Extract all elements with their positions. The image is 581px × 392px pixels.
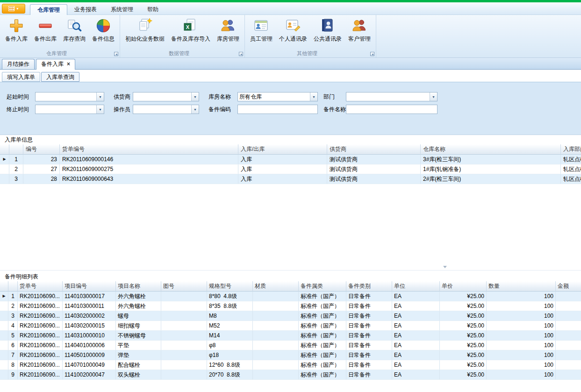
employee-mgmt-button[interactable]: 员工管理 (247, 16, 276, 50)
start-time-combobox[interactable]: ▼ (35, 92, 104, 101)
column-header-part-category[interactable]: 备件类别 (346, 281, 392, 292)
start-time-input[interactable] (36, 93, 96, 101)
part-code-field[interactable] (237, 105, 318, 114)
column-header-drawing-no[interactable]: 图号 (161, 281, 207, 292)
cell-part-class: 标准件（国产） (299, 360, 346, 370)
detail-row[interactable]: 6 RK201106090... 1140401000006 平垫 φ8 标准件… (0, 341, 581, 350)
row-number: 7 (8, 350, 18, 360)
cell-part-category: 日常备件 (346, 292, 392, 301)
warehouse-name-label: 库房名称 (208, 92, 231, 101)
cell-part-class: 标准件（国产） (299, 341, 346, 350)
detail-row[interactable]: ▶ 1 RK201106090... 1140103000017 外六角螺栓 8… (0, 292, 581, 301)
column-header-item-code[interactable]: 项目编号 (63, 281, 116, 292)
column-header-order-id[interactable]: 编号 (23, 144, 60, 155)
part-info-button[interactable]: 备件信息 (89, 16, 118, 50)
row-select-indicator (0, 331, 8, 340)
detail-row[interactable]: 4 RK201106090... 1140302000015 细扣螺母 M52 … (0, 321, 581, 331)
sub-tab-fill-inbound-form[interactable]: 填写入库单 (2, 72, 40, 82)
cell-order-id: 23 (23, 155, 60, 164)
menu-tab-system-mgmt[interactable]: 系统管理 (104, 5, 140, 14)
cell-item-code: 1140302000015 (63, 321, 116, 330)
column-header-quantity[interactable]: 数量 (487, 281, 556, 292)
ribbon-group-label: 其他管理 (245, 50, 369, 57)
part-code-input[interactable] (238, 105, 317, 114)
chevron-down-icon[interactable]: ▼ (191, 105, 199, 114)
doc-tab-part-inbound[interactable]: 备件入库× (36, 59, 75, 70)
parts-stock-import-button[interactable]: X 备件及库存导入 (168, 16, 214, 50)
group-dialog-launcher-icon[interactable] (370, 52, 374, 56)
sub-tab-inbound-query[interactable]: 入库单查询 (41, 72, 79, 82)
warehouse-mgmt-button[interactable]: 库房管理 (214, 16, 243, 50)
cell-amount (556, 360, 581, 370)
order-row[interactable]: ▶ 1 23 RK20110609000146 入库 测试供货商 3#库(检三车… (0, 155, 581, 164)
detail-row[interactable]: 8 RK201106090... 1140701000049 配合螺栓 12*6… (0, 360, 581, 370)
row-select-indicator (0, 174, 9, 184)
column-header-warehouse[interactable]: 仓库名称 (421, 144, 561, 155)
part-name-input[interactable] (346, 105, 437, 114)
cell-part-category: 日常备件 (346, 341, 392, 350)
detail-row[interactable]: 2 RK201106090... 1140103000011 外六角螺栓 8*3… (0, 301, 581, 311)
menu-tab-business-reports[interactable]: 业务报表 (67, 5, 104, 14)
cell-item-code: 1140302000002 (63, 311, 116, 321)
chevron-down-icon[interactable]: ▼ (96, 93, 104, 101)
customer-mgmt-button[interactable]: 客户管理 (345, 16, 374, 50)
group-dialog-launcher-icon[interactable] (114, 52, 118, 56)
doc-tab-month-close[interactable]: 月结操作 (2, 59, 35, 69)
public-contacts-button[interactable]: 公共通讯录 (310, 16, 345, 50)
supplier-input[interactable] (133, 93, 191, 101)
column-header-unit[interactable]: 单位 (392, 281, 440, 292)
column-header-item-name[interactable]: 项目名称 (116, 281, 161, 292)
init-business-data-button[interactable]: 初始化业务数据 (122, 16, 168, 50)
cell-department: 轧区点检 (561, 155, 581, 164)
stock-query-button[interactable]: 库存查询 (60, 16, 89, 50)
order-row[interactable]: 2 27 RK20110609000275 入库 测试供货商 1#库(轧钢准备)… (0, 164, 581, 174)
detail-row[interactable]: 5 RK201106090... 1140310000010 不锈钢螺母 M14… (0, 331, 581, 341)
warehouse-combobox[interactable]: ▼ (237, 92, 318, 101)
chevron-down-icon[interactable]: ▼ (191, 93, 199, 101)
column-header-spec-model[interactable]: 规格型号 (207, 281, 253, 292)
operator-input[interactable] (133, 105, 191, 114)
chevron-down-icon[interactable]: ▼ (96, 105, 104, 114)
app-menu-button[interactable]: ▾ (2, 4, 25, 14)
close-icon[interactable]: × (67, 61, 70, 67)
part-inbound-button[interactable]: 备件入库 (2, 16, 31, 50)
column-header-unit-price[interactable]: 单价 (440, 281, 487, 292)
cell-item-code: 1140501000009 (63, 350, 116, 360)
cell-material (253, 350, 299, 360)
menu-tab-warehouse-mgmt[interactable]: 仓库管理 (30, 4, 67, 15)
splitter-collapse-icon[interactable] (443, 266, 447, 268)
part-name-field[interactable] (346, 105, 438, 114)
app-window: ▾ 仓库管理 业务报表 系统管理 帮助 备件入库 备件出库 (0, 0, 581, 392)
column-header-part-class[interactable]: 备件属类 (299, 281, 346, 292)
header-indicator-cell (0, 144, 9, 155)
menu-tab-help[interactable]: 帮助 (140, 5, 165, 14)
detail-row[interactable]: 3 RK201106090... 1140302000002 螺母 M8 标准件… (0, 311, 581, 321)
department-input[interactable] (346, 93, 430, 101)
chevron-down-icon[interactable]: ▼ (310, 93, 317, 101)
column-header-supplier[interactable]: 供货商 (327, 144, 421, 155)
group-dialog-launcher-icon[interactable] (239, 52, 243, 56)
part-outbound-button[interactable]: 备件出库 (31, 16, 60, 50)
customers-people-icon (351, 18, 367, 34)
warehouse-input[interactable] (238, 93, 310, 101)
department-combobox[interactable]: ▼ (346, 92, 438, 101)
cell-amount (556, 341, 581, 350)
order-row[interactable]: 3 28 RK20110609000643 入库 测试供货商 2#库(检三车间)… (0, 174, 581, 184)
end-time-input[interactable] (36, 105, 96, 114)
cell-doc-no: RK201106090... (18, 341, 63, 350)
supplier-combobox[interactable]: ▼ (133, 92, 199, 101)
detail-row[interactable]: 7 RK201106090... 1140501000009 弹垫 φ18 标准… (0, 350, 581, 360)
cell-amount (556, 370, 581, 379)
column-header-amount[interactable]: 金额 (556, 281, 581, 292)
personal-contacts-button[interactable]: 个人通讯录 (276, 16, 310, 50)
operator-combobox[interactable]: ▼ (133, 105, 199, 114)
end-time-combobox[interactable]: ▼ (35, 105, 104, 114)
chevron-down-icon[interactable]: ▼ (430, 93, 437, 101)
column-header-in-out[interactable]: 入库/出库 (238, 144, 327, 155)
cell-material (253, 301, 299, 311)
column-header-department[interactable]: 入库部门 (561, 144, 581, 155)
column-header-material[interactable]: 材质 (253, 281, 299, 292)
column-header-doc-no[interactable]: 货单号 (18, 281, 63, 292)
column-header-doc-number[interactable]: 货单编号 (60, 144, 238, 155)
detail-row[interactable]: 9 RK201106090... 1141002000047 双头螺栓 20*7… (0, 370, 581, 380)
